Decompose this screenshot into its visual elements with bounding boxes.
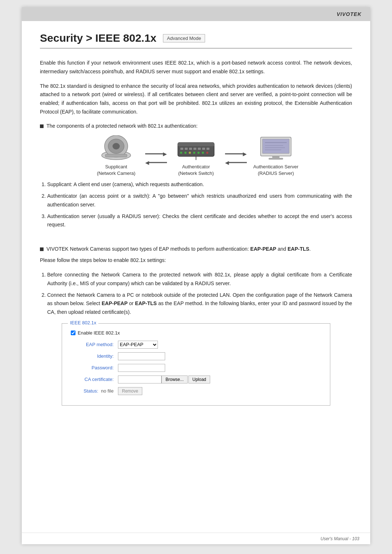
svg-point-14 (180, 152, 182, 154)
monitor-icon (258, 135, 294, 161)
status-row: Status: no file Remove (71, 387, 321, 395)
diagram-bullet-row: The components of a protected network wi… (40, 123, 352, 129)
eap-method-select[interactable]: EAP-PEAP EAP-TLS (118, 341, 158, 349)
diagram-item-authenticator: Authenticator(Network Switch) (167, 135, 225, 177)
arrows-2 (225, 151, 247, 177)
ca-cert-input[interactable] (118, 376, 162, 383)
ca-cert-row: CA certificate: Browse... Upload (71, 376, 321, 383)
arrow-left-2-icon (225, 159, 247, 166)
steps-list: Before connecting the Network Camera to … (47, 271, 352, 317)
list-item-3: Authentication server (usually a RADIUS … (47, 212, 352, 230)
svg-rect-12 (202, 148, 205, 150)
eap-bullet-text: VIVOTEK Network Cameras support two type… (46, 246, 311, 252)
arrows-1 (145, 151, 167, 177)
browse-button[interactable]: Browse... (162, 376, 188, 383)
enable-checkbox[interactable] (71, 331, 75, 335)
arrow-left-icon (145, 159, 167, 166)
eap-peap-bold: EAP-PEAP (250, 246, 277, 252)
step-1: Before connecting the Network Camera to … (47, 271, 352, 288)
switch-icon (176, 135, 216, 161)
auth-server-label: Authentication Server(RADIUS Server) (253, 164, 298, 177)
identity-row: Identity: (71, 352, 321, 360)
arrow-right-icon (145, 151, 167, 157)
eap-bullet-row: VIVOTEK Network Cameras support two type… (40, 246, 352, 252)
svg-rect-28 (272, 156, 279, 158)
svg-point-19 (202, 152, 204, 154)
svg-point-20 (206, 152, 208, 154)
intro-para2: The 802.1x standard is designed to enhan… (40, 82, 352, 116)
enable-checkbox-label[interactable]: Enable IEEE 802.1x (71, 330, 120, 336)
header-bar: VIVOTEK (22, 7, 370, 21)
arrow-right-2-icon (225, 151, 247, 157)
remove-button[interactable]: Remove (118, 387, 142, 395)
svg-rect-23 (262, 139, 289, 153)
svg-point-3 (113, 143, 120, 149)
bullet-square-icon (40, 124, 44, 128)
list-item-1: Supplicant: A client end user (camera), … (47, 180, 352, 189)
status-label-cell: Status: no file (71, 388, 118, 394)
ieee-box-title: IEEE 802.1x (68, 320, 98, 325)
advanced-mode-badge[interactable]: Advanced Mode (163, 34, 205, 42)
diagram-item-auth-server: Authentication Server(RADIUS Server) (247, 135, 305, 177)
numbered-list-1: Supplicant: A client end user (camera), … (47, 180, 352, 229)
svg-rect-6 (178, 143, 214, 146)
svg-rect-10 (193, 148, 196, 150)
eap-method-label: EAP method: (71, 342, 118, 347)
footer-text: User's Manual - 103 (320, 536, 359, 541)
eap-tls-bold: EAP-TLS (287, 246, 309, 252)
enable-label-text: Enable IEEE 802.1x (78, 330, 120, 336)
enable-row: Enable IEEE 802.1x (71, 330, 321, 336)
identity-label: Identity: (71, 353, 118, 359)
svg-rect-11 (198, 148, 201, 150)
password-input[interactable] (118, 364, 165, 372)
intro-para1: Enable this function if your network env… (40, 59, 352, 76)
identity-input[interactable] (118, 352, 165, 360)
ieee-802-box: IEEE 802.1x Enable IEEE 802.1x EAP metho… (62, 323, 330, 406)
svg-point-17 (193, 152, 195, 154)
step2-eap-peap: EAP-PEAP (102, 300, 128, 306)
diagram-bullet-text: The components of a protected network wi… (46, 123, 197, 129)
supplicant-label: Supplicant(Network Camera) (97, 164, 135, 177)
page-title-row: Security > IEEE 802.1x Advanced Mode (40, 32, 352, 49)
diagram-item-supplicant: Supplicant(Network Camera) (87, 135, 145, 177)
password-row: Password: (71, 364, 321, 372)
svg-point-18 (197, 152, 200, 154)
svg-rect-4 (105, 154, 127, 157)
svg-rect-8 (185, 148, 188, 150)
svg-point-16 (189, 152, 191, 154)
status-label: Status: (83, 388, 98, 394)
eap-method-row: EAP method: EAP-PEAP EAP-TLS (71, 341, 321, 349)
upload-button[interactable]: Upload (188, 376, 210, 383)
authenticator-label: Authenticator(Network Switch) (178, 164, 214, 177)
steps-intro-text: Please follow the steps below to enable … (40, 256, 352, 265)
list-item-2: Authenticator (an access point or a swit… (47, 192, 352, 209)
network-diagram: Supplicant(Network Camera) (40, 135, 352, 177)
step-2: Connect the Network Camera to a PC or no… (47, 291, 352, 317)
ca-cert-label: CA certificate: (71, 377, 118, 382)
svg-rect-7 (180, 148, 183, 150)
page-title: Security > IEEE 802.1x (40, 32, 156, 44)
svg-point-15 (184, 152, 187, 154)
eap-bullet-square-icon (40, 247, 44, 251)
step2-eap-tls: EAP-TLS (135, 300, 157, 306)
footer-bar: User's Manual - 103 (22, 533, 370, 544)
svg-rect-13 (207, 148, 209, 150)
svg-rect-9 (189, 148, 192, 150)
camera-icon (98, 135, 134, 161)
status-value: no file (101, 388, 114, 394)
password-label: Password: (71, 365, 118, 370)
brand-logo: VIVOTEK (337, 11, 362, 17)
svg-rect-29 (269, 158, 283, 160)
